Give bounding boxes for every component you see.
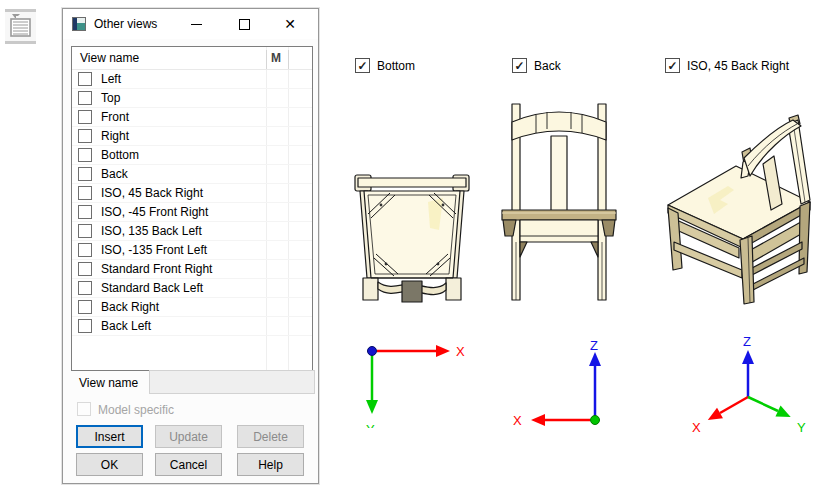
- icon-bottom-bar: [5, 41, 36, 44]
- checkbox[interactable]: [78, 281, 92, 295]
- cancel-button[interactable]: Cancel: [155, 453, 222, 476]
- list-item-iso-135-back-left[interactable]: ISO, 135 Back Left: [72, 222, 312, 241]
- x-axis-arrow: [720, 397, 748, 413]
- chair-iso-view-drawing: [660, 112, 815, 312]
- list-item-front[interactable]: Front: [72, 108, 312, 127]
- checkbox[interactable]: [78, 186, 92, 200]
- y-axis-arrow: [748, 397, 778, 411]
- x-axis-label: X: [692, 420, 701, 435]
- check-icon: ✓: [357, 59, 367, 73]
- x-axis-label: X: [513, 413, 522, 428]
- close-icon: ✕: [284, 17, 296, 31]
- list-item-label: Back Left: [101, 319, 151, 333]
- help-button[interactable]: Help: [237, 453, 304, 476]
- y-axis-label: Y: [366, 422, 375, 428]
- checkbox[interactable]: [78, 129, 92, 143]
- minimize-icon: [191, 24, 202, 25]
- checkbox[interactable]: [78, 205, 92, 219]
- list-item-top[interactable]: Top: [72, 89, 312, 108]
- list-item-label: Top: [101, 91, 120, 105]
- view-toggle-iso-45-back-right[interactable]: ✓ ISO, 45 Back Right: [665, 58, 789, 73]
- minimize-button[interactable]: [181, 14, 211, 34]
- list-item-standard-front-right[interactable]: Standard Front Right: [72, 260, 312, 279]
- list-item-label: Back Right: [101, 300, 159, 314]
- y-axis-label: Y: [797, 420, 806, 435]
- list-item-label: Front: [101, 110, 129, 124]
- checkbox[interactable]: [78, 262, 92, 276]
- list-item-back-left[interactable]: Back Left: [72, 317, 312, 336]
- column-header-view-name: View name: [80, 51, 139, 65]
- checkbox[interactable]: [78, 148, 92, 162]
- list-item-label: Left: [101, 72, 121, 86]
- list-item-label: Back: [101, 167, 128, 181]
- list-item-back-right[interactable]: Back Right: [72, 298, 312, 317]
- y-axis-dot: [591, 416, 600, 425]
- z-axis-label: Z: [743, 334, 751, 349]
- checkbox[interactable]: [78, 110, 92, 124]
- list-item-bottom[interactable]: Bottom: [72, 146, 312, 165]
- drawing-list-icon[interactable]: [5, 9, 36, 44]
- list-item-iso-neg45-front-right[interactable]: ISO, -45 Front Right: [72, 203, 312, 222]
- dialog-title: Other views: [94, 17, 157, 31]
- other-views-dialog: Other views ✕ View name M Left Top Front…: [62, 8, 319, 484]
- checkbox[interactable]: [78, 91, 92, 105]
- view-toggle-label: Bottom: [377, 59, 415, 73]
- maximize-button[interactable]: [229, 14, 259, 34]
- list-item-label: ISO, -45 Front Right: [101, 205, 208, 219]
- checkbox[interactable]: [78, 72, 92, 86]
- delete-button[interactable]: Delete: [237, 425, 304, 448]
- list-item-label: Standard Back Left: [101, 281, 203, 295]
- list-item-right[interactable]: Right: [72, 127, 312, 146]
- list-item-iso-neg135-front-left[interactable]: ISO, -135 Front Left: [72, 241, 312, 260]
- dialog-titlebar[interactable]: Other views ✕: [63, 9, 318, 39]
- checkbox[interactable]: [78, 224, 92, 238]
- list-item-label: Standard Front Right: [101, 262, 212, 276]
- x-axis-label: X: [456, 344, 465, 359]
- list-item-label: Bottom: [101, 148, 139, 162]
- checkbox-checked[interactable]: ✓: [665, 58, 680, 73]
- checkbox[interactable]: [78, 300, 92, 314]
- checkbox-checked[interactable]: ✓: [512, 58, 527, 73]
- model-specific-checkbox[interactable]: [77, 402, 91, 416]
- list-item-back[interactable]: Back: [72, 165, 312, 184]
- header-divider: [288, 50, 289, 69]
- list-item-label: ISO, 45 Back Right: [101, 186, 203, 200]
- checkbox-checked[interactable]: ✓: [355, 58, 370, 73]
- view-name-input[interactable]: [149, 370, 315, 394]
- checkbox[interactable]: [78, 243, 92, 257]
- view-name-label: View name: [79, 376, 138, 390]
- view-toggle-bottom[interactable]: ✓ Bottom: [355, 58, 415, 73]
- list-item-label: ISO, 135 Back Left: [101, 224, 202, 238]
- view-list[interactable]: View name M Left Top Front Right Bottom …: [71, 46, 313, 371]
- chair-bottom-view-drawing: [350, 172, 474, 308]
- chair-back-view-drawing: [500, 96, 618, 308]
- list-item-left[interactable]: Left: [72, 70, 312, 89]
- z-axis-label: Z: [590, 338, 598, 353]
- axis-triad-back-view: Z X: [505, 336, 613, 428]
- document-lines-icon: [5, 9, 36, 44]
- list-item-label: ISO, -135 Front Left: [101, 243, 207, 257]
- view-toggle-back[interactable]: ✓ Back: [512, 58, 561, 73]
- axis-triad-bottom-view: X Y: [352, 338, 470, 428]
- app-icon: [72, 17, 86, 31]
- header-divider: [266, 50, 267, 69]
- list-item-standard-back-left[interactable]: Standard Back Left: [72, 279, 312, 298]
- insert-button[interactable]: Insert: [76, 425, 143, 448]
- list-header: View name M: [72, 47, 312, 70]
- close-button[interactable]: ✕: [275, 14, 305, 34]
- z-axis-dot: [368, 347, 377, 356]
- checkbox[interactable]: [78, 167, 92, 181]
- list-item-label: Right: [101, 129, 129, 143]
- check-icon: ✓: [667, 59, 677, 73]
- model-specific-label: Model specific: [98, 403, 174, 417]
- update-button[interactable]: Update: [155, 425, 222, 448]
- view-toggle-label: Back: [534, 59, 561, 73]
- axis-triad-iso-view: Z X Y: [680, 333, 820, 441]
- checkbox[interactable]: [78, 319, 92, 333]
- list-item-iso-45-back-right[interactable]: ISO, 45 Back Right: [72, 184, 312, 203]
- icon-top-bar: [5, 9, 36, 12]
- check-icon: ✓: [514, 59, 524, 73]
- ok-button[interactable]: OK: [76, 453, 143, 476]
- view-toggle-label: ISO, 45 Back Right: [687, 59, 789, 73]
- maximize-icon: [239, 19, 250, 30]
